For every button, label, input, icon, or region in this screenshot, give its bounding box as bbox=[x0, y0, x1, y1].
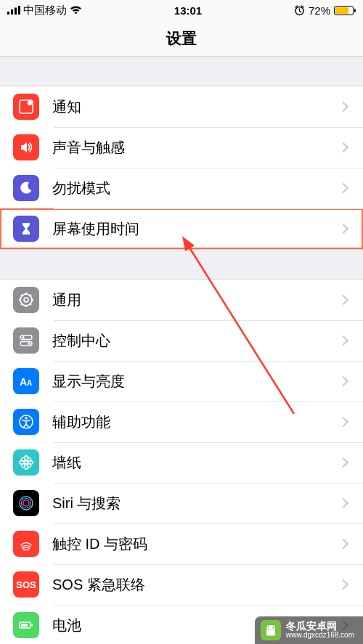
siri-icon bbox=[13, 490, 39, 516]
row-label: Siri 与搜索 bbox=[52, 494, 340, 513]
row-label: 通知 bbox=[52, 97, 340, 117]
battery-icon bbox=[334, 6, 356, 15]
row-siri[interactable]: Siri 与搜索 bbox=[0, 483, 363, 523]
svg-point-20 bbox=[28, 343, 30, 345]
chevron-right-icon bbox=[338, 335, 348, 346]
flower-icon bbox=[13, 449, 39, 476]
text-size-icon: AA bbox=[13, 368, 39, 394]
row-wallpaper[interactable]: 墙纸 bbox=[0, 442, 363, 483]
svg-rect-2 bbox=[15, 8, 17, 15]
row-notifications[interactable]: 通知 bbox=[0, 86, 363, 127]
svg-point-41 bbox=[268, 627, 269, 629]
row-label: 辅助功能 bbox=[52, 412, 340, 432]
svg-text:A: A bbox=[27, 379, 32, 387]
svg-point-24 bbox=[25, 417, 28, 420]
row-dnd[interactable]: 勿扰模式 bbox=[0, 168, 363, 208]
row-label: SOS 紧急联络 bbox=[52, 575, 340, 595]
svg-point-25 bbox=[25, 461, 28, 464]
svg-rect-38 bbox=[31, 624, 33, 627]
svg-point-42 bbox=[272, 627, 274, 629]
svg-point-18 bbox=[22, 336, 24, 338]
row-touch-id[interactable]: 触控 ID 与密码 bbox=[0, 523, 363, 564]
section-spacer bbox=[0, 250, 363, 279]
row-display[interactable]: AA 显示与亮度 bbox=[0, 361, 363, 402]
watermark-title: 冬瓜安卓网 bbox=[286, 621, 354, 632]
row-general[interactable]: 通用 bbox=[0, 280, 363, 320]
svg-line-45 bbox=[273, 625, 274, 627]
watermark-logo-icon bbox=[261, 620, 281, 640]
svg-point-6 bbox=[28, 101, 32, 105]
toggles-icon bbox=[13, 327, 39, 354]
svg-line-44 bbox=[267, 625, 269, 627]
svg-rect-39 bbox=[21, 624, 28, 627]
row-label: 屏幕使用时间 bbox=[52, 219, 340, 239]
watermark: 冬瓜安卓网 www.dgxcdz168.com bbox=[255, 616, 363, 644]
chevron-right-icon bbox=[338, 295, 348, 305]
alarm-icon bbox=[294, 5, 305, 16]
svg-rect-43 bbox=[266, 630, 275, 636]
battery-row-icon bbox=[13, 612, 39, 638]
signal-icon bbox=[7, 6, 20, 15]
row-control-center[interactable]: 控制中心 bbox=[0, 320, 363, 361]
hourglass-icon bbox=[13, 216, 39, 242]
sound-icon bbox=[13, 134, 39, 160]
carrier-label: 中国移动 bbox=[23, 4, 67, 17]
watermark-text: 冬瓜安卓网 www.dgxcdz168.com bbox=[286, 621, 354, 639]
svg-rect-0 bbox=[7, 12, 9, 15]
row-screen-time[interactable]: 屏幕使用时间 bbox=[0, 208, 363, 249]
watermark-url: www.dgxcdz168.com bbox=[286, 632, 354, 640]
chevron-right-icon bbox=[338, 142, 348, 152]
status-time: 13:01 bbox=[174, 4, 202, 17]
row-label: 勿扰模式 bbox=[52, 179, 340, 198]
battery-pct: 72% bbox=[309, 4, 330, 17]
sos-icon: SOS bbox=[13, 571, 39, 598]
settings-group-2: 通用 控制中心 AA 显示与亮度 辅助功能 墙纸 Siri 与搜索 bbox=[0, 279, 363, 644]
svg-point-8 bbox=[24, 298, 28, 302]
row-label: 触控 ID 与密码 bbox=[52, 534, 340, 554]
row-sounds[interactable]: 声音与触感 bbox=[0, 127, 363, 168]
row-label: 声音与触感 bbox=[52, 138, 340, 158]
status-left: 中国移动 bbox=[7, 4, 82, 17]
row-label: 显示与亮度 bbox=[52, 372, 340, 391]
chevron-right-icon bbox=[338, 417, 348, 427]
page-title: 设置 bbox=[166, 28, 197, 49]
row-label: 通用 bbox=[52, 290, 340, 310]
settings-group-1: 通知 声音与触感 勿扰模式 屏幕使用时间 bbox=[0, 86, 363, 250]
chevron-right-icon bbox=[338, 579, 348, 590]
svg-rect-1 bbox=[11, 9, 13, 15]
nav-bar: 设置 bbox=[0, 20, 363, 57]
chevron-right-icon bbox=[338, 102, 348, 112]
moon-icon bbox=[13, 175, 39, 201]
accessibility-icon bbox=[13, 409, 39, 435]
svg-text:A: A bbox=[20, 376, 27, 388]
chevron-right-icon bbox=[338, 457, 348, 468]
row-sos[interactable]: SOS SOS 紧急联络 bbox=[0, 564, 363, 605]
chevron-right-icon bbox=[338, 376, 348, 386]
chevron-right-icon bbox=[338, 498, 348, 508]
chevron-right-icon bbox=[338, 183, 348, 193]
status-bar: 中国移动 13:01 72% bbox=[0, 0, 363, 20]
section-spacer bbox=[0, 57, 363, 86]
gear-icon bbox=[13, 287, 39, 313]
fingerprint-icon bbox=[13, 531, 39, 557]
svg-point-36 bbox=[23, 500, 29, 506]
status-right: 72% bbox=[294, 4, 356, 17]
wifi-icon bbox=[70, 6, 82, 15]
chevron-right-icon bbox=[338, 224, 348, 234]
chevron-right-icon bbox=[338, 539, 348, 549]
row-accessibility[interactable]: 辅助功能 bbox=[0, 402, 363, 442]
row-label: 控制中心 bbox=[52, 331, 340, 351]
row-label: 墙纸 bbox=[52, 453, 340, 473]
notification-icon bbox=[13, 94, 39, 120]
svg-rect-3 bbox=[18, 6, 20, 15]
